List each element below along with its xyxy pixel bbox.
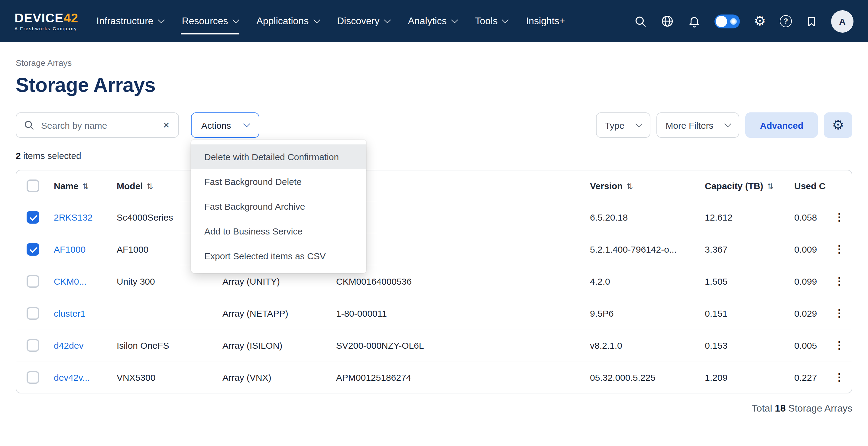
chevron-down-icon — [243, 121, 250, 128]
settings-gear-icon[interactable]: ⚙ — [754, 14, 766, 28]
nav-item-applications[interactable]: Applications — [256, 16, 319, 27]
chevron-down-icon — [724, 121, 732, 128]
row-checkbox[interactable] — [26, 371, 39, 383]
column-header-row-actions — [826, 170, 852, 201]
nav-item-discovery[interactable]: Discovery — [337, 16, 390, 27]
cell-capacity: 1.505 — [700, 265, 789, 297]
sort-icon[interactable]: ⇅ — [626, 182, 633, 191]
nav-label: Tools — [475, 16, 498, 27]
nav-item-tools[interactable]: Tools — [475, 16, 508, 27]
cell-used-capacity: 0.029 — [789, 297, 826, 329]
user-avatar[interactable]: A — [831, 10, 854, 32]
sort-icon[interactable]: ⇅ — [147, 182, 153, 191]
sun-icon — [731, 18, 737, 25]
table-row: AF1000 AF1000 9 5.2.1.400-796142-o... 3.… — [16, 233, 852, 265]
cell-capacity: 0.151 — [700, 297, 789, 329]
cell-version: 4.2.0 — [585, 265, 700, 297]
cell-version: 05.32.000.5.225 — [585, 361, 700, 393]
cell-capacity: 0.153 — [700, 329, 789, 361]
column-header-used-capacity[interactable]: Used Ca — [789, 170, 826, 201]
cell-model: Isilon OneFS — [112, 329, 218, 361]
advanced-button[interactable]: Advanced — [746, 113, 818, 138]
row-menu-icon[interactable]: ⋮ — [831, 339, 848, 351]
logo-tagline: A Freshworks Company — [14, 27, 78, 31]
storage-array-link[interactable]: AF1000 — [54, 244, 86, 254]
nav-label: Analytics — [408, 16, 447, 27]
nav-item-resources[interactable]: Resources — [182, 16, 239, 27]
storage-arrays-table: Name⇅ Model⇅ Version⇅ Capacity (TB)⇅ Use… — [16, 170, 852, 393]
cell-version: 6.5.20.18 — [585, 201, 700, 233]
menu-item-fast-background-archive[interactable]: Fast Background Archive — [191, 194, 366, 219]
storage-array-link[interactable]: dev42v... — [54, 372, 90, 382]
toggle-knob — [716, 15, 727, 27]
clear-search-icon[interactable]: ✕ — [162, 119, 171, 131]
row-checkbox[interactable] — [26, 211, 39, 223]
breadcrumb[interactable]: Storage Arrays — [16, 58, 852, 68]
select-all-checkbox[interactable] — [26, 179, 39, 192]
sort-icon[interactable]: ⇅ — [82, 182, 89, 191]
more-filters-dropdown[interactable]: More Filters — [656, 113, 739, 138]
row-checkbox[interactable] — [26, 243, 39, 255]
column-header-name[interactable]: Name⇅ — [49, 170, 112, 201]
top-navigation-bar: DEVICE42 A Freshworks Company Infrastruc… — [0, 0, 868, 42]
storage-array-link[interactable]: CKM0... — [54, 276, 87, 286]
column-header-capacity[interactable]: Capacity (TB)⇅ — [700, 170, 789, 201]
main-menu: Infrastructure Resources Applications Di… — [96, 16, 565, 27]
theme-toggle[interactable] — [715, 14, 740, 28]
row-checkbox[interactable] — [26, 339, 39, 351]
page-title: Storage Arrays — [16, 74, 852, 97]
search-input[interactable] — [40, 119, 162, 131]
table-row: 2RKS132 Sc4000Series 6.5.20.18 12.612 0.… — [16, 201, 852, 233]
column-header-serial[interactable] — [331, 170, 585, 201]
type-filter-dropdown[interactable]: Type — [596, 113, 650, 138]
menu-item-add-to-business-service[interactable]: Add to Business Service — [191, 219, 366, 244]
row-menu-icon[interactable]: ⋮ — [831, 243, 848, 255]
selection-label: items selected — [23, 151, 81, 161]
row-menu-icon[interactable]: ⋮ — [831, 211, 848, 223]
row-checkbox[interactable] — [26, 307, 39, 319]
actions-dropdown-menu: Delete with Detailed Confirmation Fast B… — [191, 139, 366, 273]
row-menu-icon[interactable]: ⋮ — [831, 275, 848, 287]
actions-dropdown-button[interactable]: Actions — [191, 113, 259, 138]
storage-array-link[interactable]: cluster1 — [54, 308, 86, 318]
nav-item-insights-plus[interactable]: Insights+ — [526, 16, 565, 27]
search-icon[interactable] — [634, 15, 647, 28]
app-window: DEVICE42 A Freshworks Company Infrastruc… — [0, 0, 868, 446]
cell-capacity: 3.367 — [700, 233, 789, 265]
storage-array-link[interactable]: d42dev — [54, 340, 84, 350]
storage-array-link[interactable]: 2RKS132 — [54, 212, 92, 222]
cell-type: Array (ISILON) — [218, 329, 331, 361]
nav-utility-icons: ⚙ ? A — [634, 10, 854, 32]
sort-icon[interactable]: ⇅ — [767, 182, 773, 191]
menu-item-delete-with-detailed-confirmation[interactable]: Delete with Detailed Confirmation — [191, 145, 366, 169]
globe-icon[interactable] — [661, 14, 674, 28]
table-row: dev42v... VNX5300 Array (VNX) APM0012518… — [16, 361, 852, 393]
selection-status: 2 items selected — [16, 151, 852, 161]
chevron-down-icon — [158, 17, 165, 24]
menu-item-fast-background-delete[interactable]: Fast Background Delete — [191, 169, 366, 194]
gear-icon: ⚙ — [832, 119, 844, 132]
table-header-row: Name⇅ Model⇅ Version⇅ Capacity (TB)⇅ Use… — [16, 170, 852, 201]
help-icon[interactable]: ? — [780, 15, 792, 27]
row-menu-icon[interactable]: ⋮ — [831, 371, 848, 383]
cell-serial: APM00125186274 — [331, 361, 585, 393]
menu-item-export-selected-csv[interactable]: Export Selected items as CSV — [191, 244, 366, 268]
toolbar: ✕ Actions Delete with Detailed Confirmat… — [16, 113, 852, 138]
total-count: Total 18 Storage Arrays — [16, 403, 852, 422]
row-checkbox[interactable] — [26, 275, 39, 287]
more-filters-label: More Filters — [665, 120, 713, 130]
device42-logo[interactable]: DEVICE42 A Freshworks Company — [14, 11, 78, 31]
cell-capacity: 1.209 — [700, 361, 789, 393]
row-menu-icon[interactable]: ⋮ — [831, 307, 848, 319]
column-header-version[interactable]: Version⇅ — [585, 170, 700, 201]
cell-serial: CKM00164000536 — [331, 265, 585, 297]
nav-item-infrastructure[interactable]: Infrastructure — [96, 16, 164, 27]
search-box[interactable]: ✕ — [16, 113, 179, 138]
bookmark-icon[interactable] — [806, 15, 817, 27]
nav-label: Infrastructure — [96, 16, 154, 27]
bell-icon[interactable] — [688, 15, 701, 28]
table-row: d42dev Isilon OneFS Array (ISILON) SV200… — [16, 329, 852, 361]
nav-label: Insights+ — [526, 16, 565, 27]
nav-item-analytics[interactable]: Analytics — [408, 16, 457, 27]
table-settings-button[interactable]: ⚙ — [824, 113, 852, 138]
